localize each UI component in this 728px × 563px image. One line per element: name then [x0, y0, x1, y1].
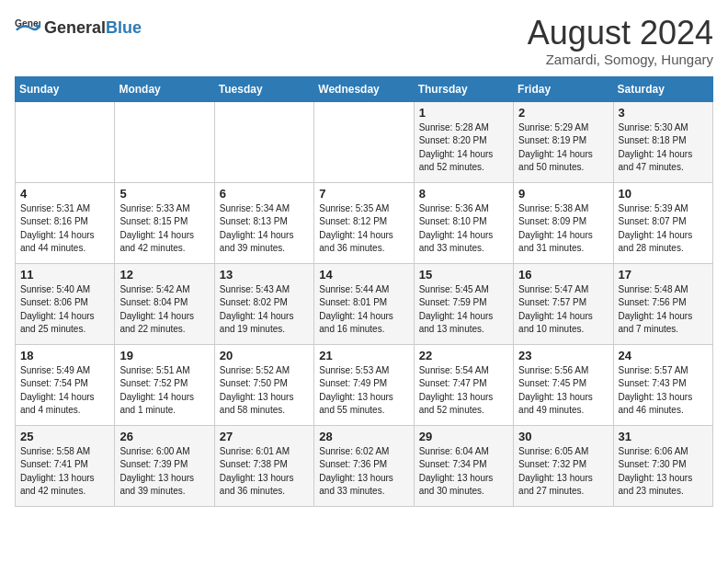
day-cell: 19Sunrise: 5:51 AM Sunset: 7:52 PM Dayli…: [115, 344, 214, 425]
day-cell: [16, 101, 115, 182]
logo-text-blue: Blue: [106, 18, 142, 37]
day-cell: 18Sunrise: 5:49 AM Sunset: 7:54 PM Dayli…: [16, 344, 115, 425]
day-cell: [115, 101, 214, 182]
day-number: 16: [518, 268, 608, 282]
logo: General GeneralBlue: [15, 15, 142, 40]
day-cell: [214, 101, 313, 182]
day-cell: [314, 101, 414, 182]
day-info: Sunrise: 5:43 AM Sunset: 8:02 PM Dayligh…: [220, 283, 309, 337]
day-number: 12: [119, 268, 209, 282]
day-number: 10: [619, 187, 708, 201]
day-number: 28: [319, 430, 408, 443]
day-number: 1: [419, 106, 508, 120]
title-block: August 2024 Zamardi, Somogy, Hungary: [528, 15, 713, 67]
week-row-2: 4Sunrise: 5:31 AM Sunset: 8:16 PM Daylig…: [16, 182, 713, 263]
day-info: Sunrise: 5:44 AM Sunset: 8:01 PM Dayligh…: [319, 283, 408, 337]
day-info: Sunrise: 6:04 AM Sunset: 7:34 PM Dayligh…: [419, 445, 508, 499]
day-cell: 7Sunrise: 5:35 AM Sunset: 8:12 PM Daylig…: [314, 182, 414, 263]
day-number: 15: [419, 268, 508, 282]
day-info: Sunrise: 5:57 AM Sunset: 7:43 PM Dayligh…: [619, 364, 708, 418]
day-cell: 5Sunrise: 5:33 AM Sunset: 8:15 PM Daylig…: [115, 182, 214, 263]
day-cell: 28Sunrise: 6:02 AM Sunset: 7:36 PM Dayli…: [314, 425, 414, 506]
day-cell: 3Sunrise: 5:30 AM Sunset: 8:18 PM Daylig…: [613, 101, 712, 182]
day-info: Sunrise: 5:49 AM Sunset: 7:54 PM Dayligh…: [20, 364, 109, 418]
location-subtitle: Zamardi, Somogy, Hungary: [528, 52, 713, 67]
day-info: Sunrise: 5:34 AM Sunset: 8:13 PM Dayligh…: [220, 202, 309, 256]
day-number: 18: [20, 349, 109, 362]
logo-icon: General: [15, 15, 40, 40]
day-number: 6: [220, 187, 309, 201]
day-number: 4: [20, 187, 109, 201]
day-info: Sunrise: 6:06 AM Sunset: 7:30 PM Dayligh…: [619, 445, 708, 499]
day-info: Sunrise: 5:40 AM Sunset: 8:06 PM Dayligh…: [20, 283, 109, 337]
day-info: Sunrise: 5:42 AM Sunset: 8:04 PM Dayligh…: [119, 283, 209, 337]
week-row-4: 18Sunrise: 5:49 AM Sunset: 7:54 PM Dayli…: [16, 344, 713, 425]
day-number: 27: [220, 430, 309, 443]
calendar-table: SundayMondayTuesdayWednesdayThursdayFrid…: [15, 76, 713, 507]
day-number: 3: [619, 106, 708, 120]
day-cell: 29Sunrise: 6:04 AM Sunset: 7:34 PM Dayli…: [414, 425, 513, 506]
day-info: Sunrise: 5:52 AM Sunset: 7:50 PM Dayligh…: [220, 364, 309, 418]
day-number: 8: [419, 187, 508, 201]
day-cell: 25Sunrise: 5:58 AM Sunset: 7:41 PM Dayli…: [16, 425, 115, 506]
day-cell: 9Sunrise: 5:38 AM Sunset: 8:09 PM Daylig…: [514, 182, 613, 263]
day-cell: 20Sunrise: 5:52 AM Sunset: 7:50 PM Dayli…: [214, 344, 313, 425]
day-number: 11: [20, 268, 109, 282]
logo-text-general: General: [44, 18, 106, 37]
day-cell: 21Sunrise: 5:53 AM Sunset: 7:49 PM Dayli…: [314, 344, 414, 425]
day-info: Sunrise: 5:28 AM Sunset: 8:20 PM Dayligh…: [419, 121, 508, 175]
day-cell: 24Sunrise: 5:57 AM Sunset: 7:43 PM Dayli…: [613, 344, 712, 425]
day-number: 21: [319, 349, 408, 362]
column-header-monday: Monday: [115, 76, 214, 101]
day-number: 24: [619, 349, 708, 362]
day-number: 20: [220, 349, 309, 362]
day-cell: 4Sunrise: 5:31 AM Sunset: 8:16 PM Daylig…: [16, 182, 115, 263]
day-info: Sunrise: 5:29 AM Sunset: 8:19 PM Dayligh…: [518, 121, 608, 175]
day-number: 23: [518, 349, 608, 362]
day-info: Sunrise: 5:51 AM Sunset: 7:52 PM Dayligh…: [119, 364, 209, 418]
day-cell: 8Sunrise: 5:36 AM Sunset: 8:10 PM Daylig…: [414, 182, 513, 263]
day-number: 31: [619, 430, 708, 443]
day-info: Sunrise: 5:30 AM Sunset: 8:18 PM Dayligh…: [619, 121, 708, 175]
day-cell: 31Sunrise: 6:06 AM Sunset: 7:30 PM Dayli…: [613, 425, 712, 506]
day-cell: 2Sunrise: 5:29 AM Sunset: 8:19 PM Daylig…: [514, 101, 613, 182]
day-number: 26: [119, 430, 209, 443]
day-cell: 6Sunrise: 5:34 AM Sunset: 8:13 PM Daylig…: [214, 182, 313, 263]
day-cell: 17Sunrise: 5:48 AM Sunset: 7:56 PM Dayli…: [613, 263, 712, 344]
day-info: Sunrise: 5:45 AM Sunset: 7:59 PM Dayligh…: [419, 283, 508, 337]
day-cell: 10Sunrise: 5:39 AM Sunset: 8:07 PM Dayli…: [613, 182, 712, 263]
day-info: Sunrise: 5:58 AM Sunset: 7:41 PM Dayligh…: [20, 445, 109, 499]
month-year-title: August 2024: [528, 15, 713, 52]
page-header: General GeneralBlue August 2024 Zamardi,…: [15, 15, 713, 67]
day-info: Sunrise: 6:01 AM Sunset: 7:38 PM Dayligh…: [220, 445, 309, 499]
day-cell: 27Sunrise: 6:01 AM Sunset: 7:38 PM Dayli…: [214, 425, 313, 506]
day-cell: 26Sunrise: 6:00 AM Sunset: 7:39 PM Dayli…: [115, 425, 214, 506]
day-info: Sunrise: 5:56 AM Sunset: 7:45 PM Dayligh…: [518, 364, 608, 418]
day-number: 9: [518, 187, 608, 201]
day-cell: 30Sunrise: 6:05 AM Sunset: 7:32 PM Dayli…: [514, 425, 613, 506]
day-cell: 12Sunrise: 5:42 AM Sunset: 8:04 PM Dayli…: [115, 263, 214, 344]
day-cell: 11Sunrise: 5:40 AM Sunset: 8:06 PM Dayli…: [16, 263, 115, 344]
day-cell: 1Sunrise: 5:28 AM Sunset: 8:20 PM Daylig…: [414, 101, 513, 182]
day-number: 13: [220, 268, 309, 282]
day-info: Sunrise: 5:31 AM Sunset: 8:16 PM Dayligh…: [20, 202, 109, 256]
column-header-saturday: Saturday: [613, 76, 712, 101]
week-row-1: 1Sunrise: 5:28 AM Sunset: 8:20 PM Daylig…: [16, 101, 713, 182]
day-info: Sunrise: 5:48 AM Sunset: 7:56 PM Dayligh…: [619, 283, 708, 337]
day-info: Sunrise: 6:02 AM Sunset: 7:36 PM Dayligh…: [319, 445, 408, 499]
day-number: 17: [619, 268, 708, 282]
day-info: Sunrise: 5:36 AM Sunset: 8:10 PM Dayligh…: [419, 202, 508, 256]
column-header-wednesday: Wednesday: [314, 76, 414, 101]
day-number: 30: [518, 430, 608, 443]
day-info: Sunrise: 5:39 AM Sunset: 8:07 PM Dayligh…: [619, 202, 708, 256]
week-row-3: 11Sunrise: 5:40 AM Sunset: 8:06 PM Dayli…: [16, 263, 713, 344]
column-header-tuesday: Tuesday: [214, 76, 313, 101]
day-info: Sunrise: 6:05 AM Sunset: 7:32 PM Dayligh…: [518, 445, 608, 499]
day-number: 2: [518, 106, 608, 120]
column-header-sunday: Sunday: [16, 76, 115, 101]
day-number: 7: [319, 187, 408, 201]
column-header-friday: Friday: [514, 76, 613, 101]
day-cell: 22Sunrise: 5:54 AM Sunset: 7:47 PM Dayli…: [414, 344, 513, 425]
day-cell: 15Sunrise: 5:45 AM Sunset: 7:59 PM Dayli…: [414, 263, 513, 344]
column-header-thursday: Thursday: [414, 76, 513, 101]
